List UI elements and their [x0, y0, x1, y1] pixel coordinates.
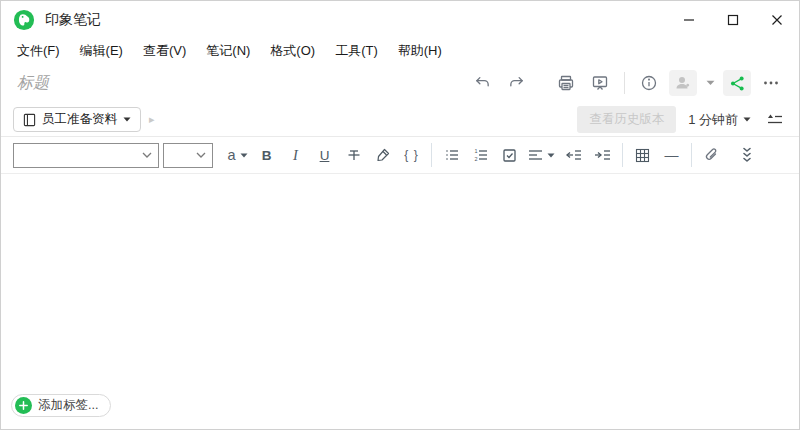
info-button[interactable] [635, 70, 663, 96]
svg-text:1: 1 [474, 148, 477, 154]
bullet-list-button[interactable] [437, 141, 466, 169]
attachment-button[interactable] [697, 141, 726, 169]
maximize-button[interactable] [711, 1, 755, 39]
share-button[interactable] [723, 70, 751, 96]
more-actions-button[interactable] [757, 70, 785, 96]
font-color-label: a [227, 147, 235, 163]
font-size-select[interactable] [163, 143, 213, 168]
caret-down-icon [123, 117, 131, 122]
last-edited-dropdown[interactable]: 1 分钟前 [688, 111, 751, 129]
minimize-icon [683, 14, 695, 26]
caret-down-icon [743, 117, 751, 122]
bold-label: B [262, 148, 272, 163]
bold-button[interactable]: B [252, 141, 281, 169]
plus-icon [15, 397, 32, 414]
divider [624, 72, 625, 94]
window-title: 印象笔记 [45, 11, 101, 29]
last-edited-label: 1 分钟前 [688, 111, 738, 129]
menu-view[interactable]: 查看(V) [133, 40, 196, 62]
caret-down-icon [547, 153, 555, 158]
evernote-logo-icon [13, 9, 35, 31]
present-button[interactable] [586, 70, 614, 96]
chevron-down-icon [196, 152, 206, 158]
menu-edit[interactable]: 编辑(E) [70, 40, 133, 62]
menu-tools[interactable]: 工具(T) [325, 40, 388, 62]
menu-help[interactable]: 帮助(H) [388, 40, 452, 62]
bullet-list-icon [444, 147, 460, 163]
breadcrumb-chevron-icon: ▸ [149, 113, 155, 126]
notebook-icon [23, 113, 36, 127]
note-footer: 添加标签... [1, 394, 799, 429]
numbered-list-icon: 1 2 [473, 147, 489, 163]
underline-button[interactable]: U [310, 141, 339, 169]
minimize-button[interactable] [667, 1, 711, 39]
table-icon [635, 148, 650, 163]
horizontal-rule-button[interactable]: — [657, 141, 686, 169]
highlight-button[interactable] [368, 141, 397, 169]
notebook-selector[interactable]: 员工准备资料 [13, 107, 141, 132]
view-history-button[interactable]: 查看历史版本 [577, 106, 676, 133]
checkbox-icon [502, 148, 517, 163]
highlighter-icon [375, 147, 391, 163]
toolbar-divider [622, 143, 623, 167]
insert-table-button[interactable] [628, 141, 657, 169]
share-icon [729, 75, 746, 92]
share-options-button[interactable] [703, 70, 717, 96]
close-icon [771, 14, 783, 26]
align-button[interactable] [524, 141, 559, 169]
note-title-row: 标题 [1, 63, 799, 103]
outline-list-icon [766, 113, 784, 127]
add-tag-label: 添加标签... [38, 397, 98, 414]
underline-label: U [320, 148, 330, 163]
outdent-button[interactable] [559, 141, 588, 169]
close-button[interactable] [755, 1, 799, 39]
share-user-icon [674, 74, 692, 92]
caret-down-icon [706, 80, 715, 86]
align-left-icon [528, 148, 543, 162]
more-formatting-button[interactable] [732, 141, 761, 169]
italic-label: I [293, 147, 298, 164]
menu-format[interactable]: 格式(O) [260, 40, 325, 62]
italic-button[interactable]: I [281, 141, 310, 169]
svg-text:2: 2 [474, 156, 477, 162]
note-outline-button[interactable] [763, 107, 787, 133]
menubar: 文件(F) 编辑(E) 查看(V) 笔记(N) 格式(O) 工具(T) 帮助(H… [1, 39, 799, 63]
toolbar-divider [691, 143, 692, 167]
numbered-list-button[interactable]: 1 2 [466, 141, 495, 169]
print-icon [557, 74, 575, 92]
horizontal-rule-label: — [665, 147, 679, 163]
undo-icon [474, 75, 491, 92]
strikethrough-icon [346, 147, 362, 163]
note-editor-body[interactable] [1, 174, 799, 394]
indent-icon [594, 148, 611, 162]
font-color-button[interactable]: a [223, 141, 252, 169]
note-meta-row: 员工准备资料 ▸ 查看历史版本 1 分钟前 [1, 103, 799, 137]
chevron-down-icon [142, 152, 152, 158]
add-tag-button[interactable]: 添加标签... [11, 394, 111, 417]
titlebar: 印象笔记 [1, 1, 799, 39]
toolbar-divider [431, 143, 432, 167]
indent-button[interactable] [588, 141, 617, 169]
redo-button[interactable] [502, 70, 530, 96]
share-with-user-button[interactable] [669, 70, 697, 96]
format-toolbar: a B I U { } 1 2 [1, 137, 799, 174]
code-block-label: { } [404, 148, 418, 162]
notebook-name: 员工准备资料 [42, 111, 117, 128]
header-actions [468, 70, 785, 96]
caret-down-icon [240, 153, 248, 158]
outdent-icon [565, 148, 582, 162]
checkbox-button[interactable] [495, 141, 524, 169]
meta-right: 查看历史版本 1 分钟前 [577, 106, 787, 133]
strikethrough-button[interactable] [339, 141, 368, 169]
info-icon [640, 74, 658, 92]
menu-file[interactable]: 文件(F) [7, 40, 70, 62]
font-family-select[interactable] [13, 143, 159, 168]
code-block-button[interactable]: { } [397, 141, 426, 169]
undo-button[interactable] [468, 70, 496, 96]
menu-note[interactable]: 笔记(N) [196, 40, 260, 62]
more-icon [762, 74, 780, 92]
maximize-icon [727, 14, 739, 26]
triple-chevron-down-icon [740, 147, 754, 163]
note-title-input[interactable]: 标题 [17, 73, 49, 94]
print-button[interactable] [552, 70, 580, 96]
